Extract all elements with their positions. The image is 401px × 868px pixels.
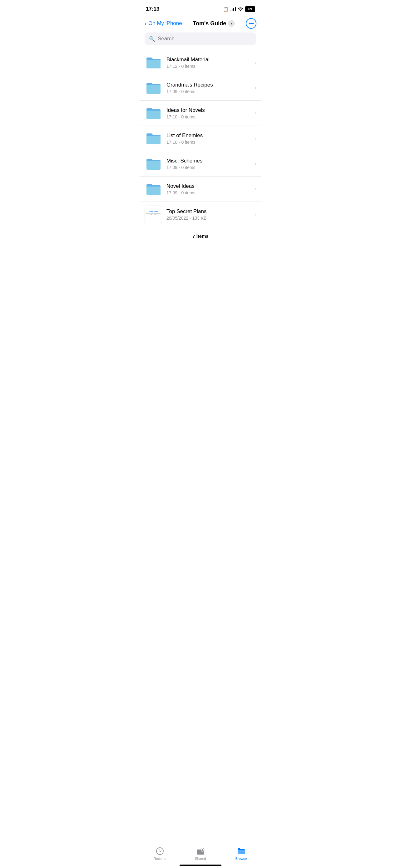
file-info: Grandma's Recipes 17:09 - 0 items <box>166 82 250 94</box>
folder-icon-wrap <box>144 180 162 198</box>
status-bar: 17:13 📋 69 <box>140 0 261 16</box>
folder-icon <box>145 106 162 120</box>
file-name: Misc. Schemes <box>166 158 250 164</box>
folder-icon <box>145 157 162 170</box>
file-meta: 17:10 - 0 items <box>166 140 250 145</box>
search-container: 🔍 <box>140 32 261 50</box>
list-item[interactable]: Novel Ideas 17:09 - 0 items › <box>140 177 261 202</box>
back-chevron-icon: ‹ <box>144 20 146 27</box>
chevron-right-icon: › <box>255 135 257 141</box>
file-name: Blackmail Material <box>166 57 250 63</box>
signal-bars <box>230 7 236 11</box>
chevron-right-icon: › <box>255 85 257 91</box>
status-icons: 📋 69 <box>223 6 255 12</box>
folder-icon-wrap <box>144 104 162 122</box>
battery-indicator: 69 <box>245 6 255 12</box>
chevron-down-icon: ▾ <box>231 21 232 26</box>
file-list: Blackmail Material 17:12 - 0 items › Gra… <box>140 50 261 227</box>
file-name: Ideas for Novels <box>166 107 250 114</box>
signal-bar-4 <box>235 7 236 11</box>
chevron-right-icon: › <box>255 212 257 217</box>
file-info: Ideas for Novels 17:10 - 0 items <box>166 107 250 119</box>
folder-icon <box>145 56 162 69</box>
list-item[interactable]: tom's guide Top Secret Plans Top Secret … <box>140 202 261 227</box>
folder-icon <box>145 131 162 145</box>
nav-title-chevron-button[interactable]: ▾ <box>228 20 235 27</box>
nav-title: Tom's Guide <box>193 20 226 27</box>
file-info: Top Secret Plans 20/05/2022 - 133 KB <box>166 208 250 221</box>
ellipsis-icon: ••• <box>248 20 254 27</box>
file-info: Blackmail Material 17:12 - 0 items <box>166 57 250 69</box>
folder-icon-wrap <box>144 155 162 173</box>
folder-icon-wrap <box>144 54 162 71</box>
search-bar[interactable]: 🔍 <box>144 32 257 45</box>
file-meta: 20/05/2022 - 133 KB <box>166 216 250 221</box>
signal-bar-2 <box>232 9 233 11</box>
item-count: 7 items <box>140 227 261 244</box>
list-item[interactable]: Ideas for Novels 17:10 - 0 items › <box>140 101 261 126</box>
search-input[interactable] <box>158 36 252 42</box>
folder-icon <box>145 81 162 95</box>
status-time: 17:13 <box>146 6 159 12</box>
signal-bar-3 <box>233 8 234 11</box>
file-meta: 17:10 - 0 items <box>166 114 250 119</box>
chevron-right-icon: › <box>255 161 257 166</box>
file-info: Novel Ideas 17:09 - 0 items <box>166 183 250 195</box>
nav-bar: ‹ On My iPhone Tom's Guide ▾ ••• <box>140 16 261 32</box>
back-button[interactable]: ‹ On My iPhone <box>144 20 182 27</box>
signal-bar-1 <box>230 10 231 11</box>
folder-icon-wrap <box>144 130 162 147</box>
file-name: Novel Ideas <box>166 183 250 189</box>
document-thumbnail-wrap: tom's guide Top Secret Plans <box>144 206 162 223</box>
search-icon: 🔍 <box>149 36 155 42</box>
file-meta: 17:12 - 0 items <box>166 64 250 69</box>
file-name: List of Enemies <box>166 132 250 139</box>
file-info: List of Enemies 17:10 - 0 items <box>166 132 250 145</box>
clipboard-icon: 📋 <box>223 6 228 11</box>
list-item[interactable]: Blackmail Material 17:12 - 0 items › <box>140 50 261 75</box>
folder-icon-wrap <box>144 79 162 97</box>
file-meta: 17:09 - 0 items <box>166 190 250 195</box>
chevron-right-icon: › <box>255 110 257 116</box>
back-label: On My iPhone <box>148 20 182 27</box>
file-meta: 17:09 - 0 items <box>166 165 250 170</box>
document-thumbnail: tom's guide Top Secret Plans <box>144 206 162 223</box>
more-button[interactable]: ••• <box>246 18 257 29</box>
file-info: Misc. Schemes 17:09 - 0 items <box>166 158 250 170</box>
file-meta: 17:09 - 0 items <box>166 89 250 94</box>
folder-icon <box>145 182 162 196</box>
chevron-right-icon: › <box>255 186 257 192</box>
file-name: Grandma's Recipes <box>166 82 250 88</box>
wifi-icon <box>238 7 243 11</box>
file-name: Top Secret Plans <box>166 208 250 215</box>
nav-title-group: Tom's Guide ▾ <box>182 20 246 27</box>
list-item[interactable]: Grandma's Recipes 17:09 - 0 items › <box>140 75 261 101</box>
list-item[interactable]: List of Enemies 17:10 - 0 items › <box>140 126 261 151</box>
list-item[interactable]: Misc. Schemes 17:09 - 0 items › <box>140 151 261 177</box>
chevron-right-icon: › <box>255 60 257 65</box>
